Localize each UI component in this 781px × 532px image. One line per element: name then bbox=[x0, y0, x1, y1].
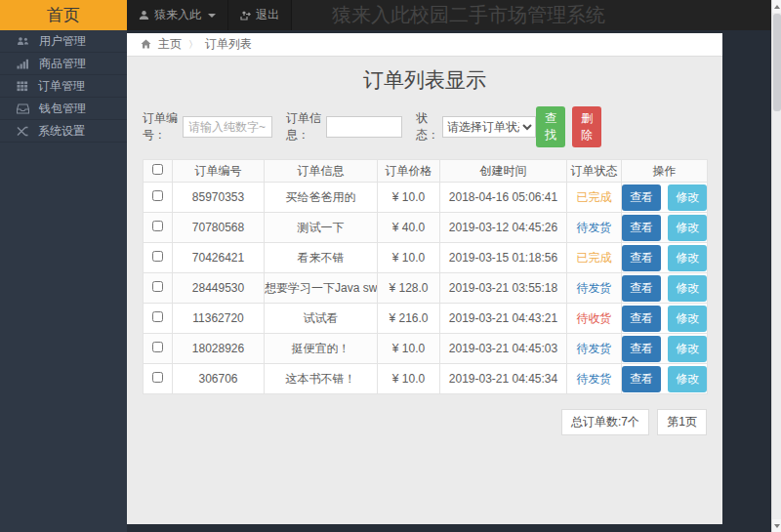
row-checkbox[interactable] bbox=[152, 372, 163, 383]
edit-button[interactable]: 修改 bbox=[668, 336, 707, 362]
app-title: 猿来入此校园二手市场管理系统 bbox=[332, 0, 605, 30]
view-button[interactable]: 查看 bbox=[622, 306, 661, 332]
chart-icon bbox=[17, 59, 29, 69]
order-info-cell: 看来不错 bbox=[265, 243, 378, 273]
scroll-down-button[interactable] bbox=[772, 519, 781, 532]
status-badge: 已完成 bbox=[577, 190, 612, 204]
status-select[interactable]: 请选择订单状态 bbox=[442, 116, 536, 138]
status-filter-label: 状态： bbox=[416, 110, 439, 143]
row-checkbox[interactable] bbox=[152, 221, 163, 231]
sidebar-item-label: 用户管理 bbox=[39, 33, 86, 50]
status-badge: 待发货 bbox=[577, 342, 612, 355]
scroll-up-button[interactable] bbox=[772, 0, 781, 13]
order-no-cell: 70780568 bbox=[173, 213, 265, 243]
breadcrumb-home[interactable]: 主页 bbox=[158, 36, 182, 53]
search-button[interactable]: 查找 bbox=[536, 106, 565, 147]
current-page-button[interactable]: 第1页 bbox=[657, 409, 707, 435]
order-info-filter-label: 订单信息： bbox=[286, 110, 323, 143]
edit-button[interactable]: 修改 bbox=[668, 184, 707, 211]
order-no-input[interactable] bbox=[183, 116, 272, 138]
arrow-up-icon bbox=[774, 5, 780, 9]
order-info-cell: 挺便宜的！ bbox=[265, 334, 378, 364]
order-price-cell: ¥ 10.0 bbox=[378, 364, 440, 394]
order-no-cell: 306706 bbox=[173, 364, 265, 394]
sidebar-item-label: 钱包管理 bbox=[39, 101, 86, 117]
main-panel: 主页 〉 订单列表 订单列表显示 订单编号： 订单信息： 状态： 请选择订单状态… bbox=[127, 33, 722, 524]
created-time-cell: 2019-03-21 04:45:03 bbox=[440, 334, 567, 364]
view-button[interactable]: 查看 bbox=[622, 366, 661, 392]
table-row: 70426421 看来不错 ¥ 10.0 2019-03-15 01:18:56… bbox=[144, 243, 708, 273]
view-button[interactable]: 查看 bbox=[622, 184, 661, 211]
order-info-cell: 这本书不错！ bbox=[265, 364, 378, 394]
pagination: 总订单数:7个 第1页 bbox=[143, 409, 707, 435]
header-order-no: 订单编号 bbox=[173, 160, 265, 183]
row-checkbox[interactable] bbox=[152, 311, 163, 322]
sidebar-item-orders[interactable]: 订单管理 bbox=[0, 75, 127, 98]
order-price-cell: ¥ 10.0 bbox=[378, 183, 440, 213]
status-badge: 待发货 bbox=[577, 372, 612, 386]
delete-button[interactable]: 删除 bbox=[572, 106, 601, 147]
order-no-filter-label: 订单编号： bbox=[143, 110, 180, 143]
order-no-cell: 70426421 bbox=[173, 243, 265, 273]
table-row: 70780568 测试一下 ¥ 40.0 2019-03-12 04:45:26… bbox=[144, 213, 708, 243]
table-icon bbox=[17, 81, 28, 92]
settings-icon bbox=[17, 126, 28, 137]
view-button[interactable]: 查看 bbox=[622, 336, 661, 362]
scrollbar-thumb[interactable] bbox=[773, 14, 781, 111]
order-info-cell: 想要学习一下Java swing bbox=[265, 273, 378, 304]
arrow-down-icon bbox=[774, 524, 780, 528]
edit-button[interactable]: 修改 bbox=[668, 366, 707, 392]
edit-button[interactable]: 修改 bbox=[668, 245, 707, 271]
filter-buttons: 查找 删除 bbox=[536, 106, 601, 147]
users-icon bbox=[17, 36, 29, 47]
user-menu[interactable]: 猿来入此 bbox=[127, 0, 228, 30]
row-checkbox[interactable] bbox=[152, 281, 163, 292]
sidebar-item-goods[interactable]: 商品管理 bbox=[0, 53, 127, 75]
header-order-info: 订单信息 bbox=[265, 160, 378, 183]
order-price-cell: ¥ 10.0 bbox=[378, 334, 440, 364]
select-all-checkbox[interactable] bbox=[152, 164, 163, 175]
sidebar: 用户管理 商品管理 订单管理 钱包管理 系统设置 bbox=[0, 30, 127, 532]
filter-bar: 订单编号： 订单信息： 状态： 请选择订单状态 查找 删除 bbox=[143, 106, 707, 147]
edit-button[interactable]: 修改 bbox=[668, 215, 707, 241]
view-button[interactable]: 查看 bbox=[622, 215, 661, 241]
header-actions: 操作 bbox=[622, 160, 708, 183]
status-badge: 待发货 bbox=[577, 281, 612, 295]
sidebar-item-wallet[interactable]: 钱包管理 bbox=[0, 98, 127, 120]
sidebar-item-settings[interactable]: 系统设置 bbox=[0, 120, 127, 143]
row-checkbox[interactable] bbox=[152, 251, 163, 262]
status-badge: 已完成 bbox=[577, 251, 612, 265]
top-navbar: 首页 猿来入此 退出 猿来入此校园二手市场管理系统 bbox=[0, 0, 771, 30]
order-info-cell: 买给爸爸用的 bbox=[265, 183, 378, 213]
view-button[interactable]: 查看 bbox=[622, 275, 661, 302]
sidebar-item-users[interactable]: 用户管理 bbox=[0, 30, 127, 53]
breadcrumb-current: 订单列表 bbox=[205, 36, 252, 53]
header-created-time: 创建时间 bbox=[440, 160, 567, 183]
row-checkbox[interactable] bbox=[152, 342, 163, 352]
table-header-row: 订单编号 订单信息 订单价格 创建时间 订单状态 操作 bbox=[144, 160, 708, 183]
sidebar-item-label: 订单管理 bbox=[38, 78, 85, 95]
vertical-scrollbar[interactable] bbox=[771, 0, 781, 532]
total-orders-badge: 总订单数:7个 bbox=[561, 409, 649, 435]
order-price-cell: ¥ 128.0 bbox=[378, 273, 440, 304]
page-title: 订单列表显示 bbox=[127, 66, 722, 94]
created-time-cell: 2019-03-21 03:55:18 bbox=[440, 273, 567, 304]
order-no-cell: 85970353 bbox=[173, 183, 265, 213]
chevron-down-icon bbox=[208, 14, 216, 18]
table-row: 85970353 买给爸爸用的 ¥ 10.0 2018-04-16 05:06:… bbox=[144, 183, 708, 213]
edit-button[interactable]: 修改 bbox=[668, 306, 707, 332]
order-info-input[interactable] bbox=[326, 116, 402, 138]
table-row: 28449530 想要学习一下Java swing ¥ 128.0 2019-0… bbox=[144, 273, 708, 304]
row-checkbox[interactable] bbox=[152, 190, 163, 201]
sidebar-item-label: 商品管理 bbox=[39, 56, 86, 72]
view-button[interactable]: 查看 bbox=[622, 245, 661, 271]
created-time-cell: 2018-04-16 05:06:41 bbox=[440, 183, 567, 213]
home-nav-button[interactable]: 首页 bbox=[0, 0, 127, 30]
order-price-cell: ¥ 40.0 bbox=[378, 213, 440, 243]
order-info-cell: 测试一下 bbox=[265, 213, 378, 243]
order-no-cell: 28449530 bbox=[173, 273, 265, 304]
home-icon bbox=[141, 38, 151, 52]
edit-button[interactable]: 修改 bbox=[668, 275, 707, 302]
table-row: 11362720 试试看 ¥ 216.0 2019-03-21 04:43:21… bbox=[144, 304, 708, 334]
logout-button[interactable]: 退出 bbox=[228, 0, 292, 30]
